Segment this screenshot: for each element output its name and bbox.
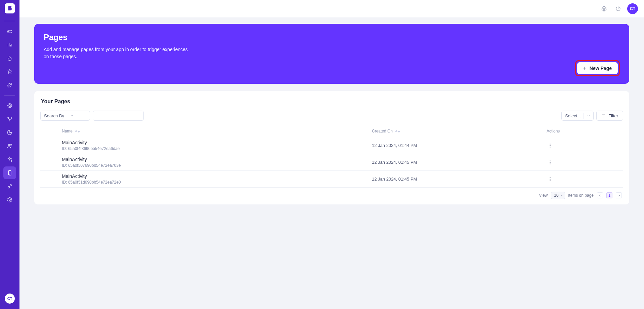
svg-point-10	[550, 145, 550, 146]
items-label: items on page	[568, 193, 594, 198]
svg-point-1	[8, 104, 12, 108]
th-name[interactable]: Name	[60, 125, 368, 137]
page-title: Pages	[44, 33, 620, 42]
table-row[interactable]: MainActivity ID: 65a0f51d690bb54e72ea72e…	[40, 171, 623, 188]
new-page-button[interactable]: + New Page	[577, 62, 618, 74]
app-logo[interactable]	[5, 3, 15, 13]
row-id: ID: 65a0f507690bb54e72ea703e	[62, 163, 367, 168]
column-select[interactable]: Select...	[561, 111, 594, 121]
search-by-select[interactable]: Search By	[40, 111, 90, 121]
topbar: CT	[19, 0, 644, 18]
svg-point-14	[550, 163, 550, 164]
svg-point-3	[8, 144, 10, 146]
row-created: 12 Jan 2024, 01:45 PM	[368, 154, 543, 171]
svg-point-11	[550, 147, 550, 147]
svg-point-13	[550, 162, 550, 162]
row-actions-menu[interactable]	[547, 142, 553, 149]
svg-point-4	[10, 144, 12, 145]
page-size-select[interactable]: 10	[551, 192, 565, 199]
chevron-down-icon	[584, 114, 593, 118]
nav-sparkle-icon[interactable]	[3, 153, 16, 166]
new-page-label: New Page	[590, 66, 612, 71]
paginator: View 10 items on page < 1 >	[40, 188, 623, 199]
sidebar-divider	[4, 95, 15, 95]
page-description: Add and manage pages from your app in or…	[44, 46, 191, 60]
nav-pages-icon[interactable]	[3, 166, 16, 179]
page-number-button[interactable]: 1	[606, 192, 612, 198]
next-page-button[interactable]: >	[616, 192, 622, 198]
row-actions-menu[interactable]	[547, 176, 553, 183]
search-input[interactable]	[96, 113, 152, 118]
sort-icon	[395, 130, 400, 133]
view-label: View	[539, 193, 548, 198]
svg-rect-0	[7, 30, 12, 33]
th-created-on[interactable]: Created On	[368, 125, 543, 137]
sort-icon	[75, 130, 80, 133]
svg-point-17	[550, 180, 550, 181]
row-name: MainActivity	[62, 173, 367, 179]
prev-page-button[interactable]: <	[597, 192, 603, 198]
content: Pages Add and manage pages from your app…	[19, 18, 644, 218]
card-title: Your Pages	[41, 99, 622, 105]
sidebar-avatar[interactable]: CT	[5, 294, 15, 304]
topbar-power-icon[interactable]	[613, 4, 623, 14]
filter-icon	[601, 114, 606, 118]
nav-leaf-icon[interactable]	[3, 79, 16, 91]
svg-point-12	[550, 160, 550, 161]
search-by-label: Search By	[44, 113, 64, 118]
chevron-down-icon	[560, 194, 563, 197]
table-row[interactable]: MainActivity ID: 65a0f4f3690bb54e72ea6da…	[40, 137, 623, 154]
nav-connect-icon[interactable]	[3, 180, 16, 193]
nav-piechart-icon[interactable]	[3, 126, 16, 139]
table-toolbar: Search By Select...	[40, 111, 623, 121]
nav-star-icon[interactable]	[3, 65, 16, 78]
nav-target-icon[interactable]	[3, 99, 16, 112]
topbar-settings-icon[interactable]	[599, 4, 609, 14]
sidebar: CT	[0, 0, 19, 309]
search-input-wrap	[93, 111, 144, 121]
row-id: ID: 65a0f51d690bb54e72ea72e0	[62, 180, 367, 185]
column-select-placeholder: Select...	[565, 113, 581, 118]
main: CT Pages Add and manage pages from your …	[19, 0, 644, 309]
svg-point-15	[550, 177, 550, 178]
row-created: 12 Jan 2024, 01:45 PM	[368, 171, 543, 188]
row-actions-menu[interactable]	[547, 159, 553, 166]
th-actions: Actions	[543, 125, 623, 137]
row-created: 12 Jan 2024, 01:44 PM	[368, 137, 543, 154]
row-name: MainActivity	[62, 157, 367, 162]
topbar-avatar[interactable]: CT	[627, 3, 638, 14]
nav-trophy-icon[interactable]	[3, 113, 16, 125]
nav-gamepad-icon[interactable]	[3, 25, 16, 38]
row-id: ID: 65a0f4f3690bb54e72ea6dae	[62, 146, 367, 151]
hero-banner: Pages Add and manage pages from your app…	[34, 24, 629, 84]
nav-settings-icon[interactable]	[3, 193, 16, 206]
svg-point-6	[9, 199, 11, 201]
sidebar-divider	[4, 21, 15, 21]
table-row[interactable]: MainActivity ID: 65a0f507690bb54e72ea703…	[40, 154, 623, 171]
filter-label: Filter	[608, 113, 618, 118]
svg-point-2	[9, 105, 11, 107]
nav-pointer-icon[interactable]	[3, 52, 16, 65]
new-page-highlight: + New Page	[575, 60, 620, 76]
chevron-down-icon	[67, 114, 77, 118]
filter-button[interactable]: Filter	[596, 111, 623, 121]
pages-card: Your Pages Search By Select...	[34, 91, 629, 204]
plus-icon: +	[583, 66, 586, 71]
row-name: MainActivity	[62, 140, 367, 145]
svg-point-9	[550, 144, 550, 144]
svg-point-16	[550, 179, 550, 179]
nav-users-icon[interactable]	[3, 140, 16, 152]
nav-analytics-icon[interactable]	[3, 38, 16, 51]
pages-table: Name Created On	[40, 125, 623, 188]
svg-point-7	[603, 8, 605, 10]
